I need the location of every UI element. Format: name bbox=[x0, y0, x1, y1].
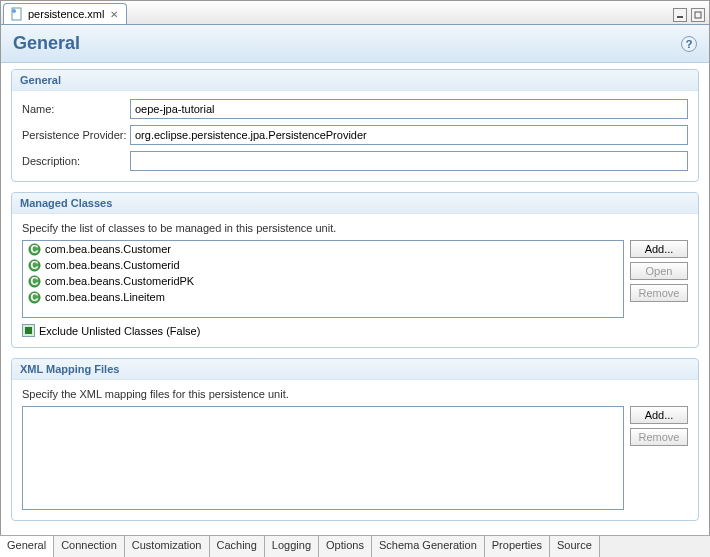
exclude-label: Exclude Unlisted Classes (False) bbox=[39, 325, 200, 337]
class-icon: C bbox=[27, 242, 41, 256]
svg-point-1 bbox=[12, 9, 16, 13]
add-mapping-button[interactable]: Add... bbox=[630, 406, 688, 424]
editor-tabbar: persistence.xml ✕ bbox=[1, 1, 709, 25]
add-class-button[interactable]: Add... bbox=[630, 240, 688, 258]
managed-help: Specify the list of classes to be manage… bbox=[22, 222, 688, 234]
xml-help: Specify the XML mapping files for this p… bbox=[22, 388, 688, 400]
provider-label: Persistence Provider: bbox=[22, 129, 130, 141]
bottom-tabs: GeneralConnectionCustomizationCachingLog… bbox=[0, 535, 710, 557]
list-item[interactable]: Ccom.bea.beans.Customer bbox=[23, 241, 623, 257]
general-section: General Name: Persistence Provider: Desc… bbox=[11, 69, 699, 182]
bottom-tab-connection[interactable]: Connection bbox=[54, 536, 125, 557]
bottom-tab-properties[interactable]: Properties bbox=[485, 536, 550, 557]
xml-mapping-section: XML Mapping Files Specify the XML mappin… bbox=[11, 358, 699, 521]
list-item[interactable]: Ccom.bea.beans.Customerid bbox=[23, 257, 623, 273]
close-icon[interactable]: ✕ bbox=[110, 9, 118, 20]
section-title-managed: Managed Classes bbox=[12, 193, 698, 214]
xml-file-icon bbox=[10, 7, 24, 21]
svg-text:C: C bbox=[30, 275, 38, 287]
bottom-tab-schema-generation[interactable]: Schema Generation bbox=[372, 536, 485, 557]
description-input[interactable] bbox=[130, 151, 688, 171]
description-label: Description: bbox=[22, 155, 130, 167]
open-class-button: Open bbox=[630, 262, 688, 280]
bottom-tab-general[interactable]: General bbox=[0, 536, 54, 557]
list-item[interactable]: Ccom.bea.beans.CustomeridPK bbox=[23, 273, 623, 289]
svg-rect-3 bbox=[695, 12, 701, 18]
provider-input[interactable] bbox=[130, 125, 688, 145]
bottom-tab-customization[interactable]: Customization bbox=[125, 536, 210, 557]
section-title-xml: XML Mapping Files bbox=[12, 359, 698, 380]
bottom-tab-source[interactable]: Source bbox=[550, 536, 600, 557]
xml-mapping-list[interactable] bbox=[22, 406, 624, 510]
managed-classes-section: Managed Classes Specify the list of clas… bbox=[11, 192, 699, 348]
class-icon: C bbox=[27, 258, 41, 272]
svg-rect-2 bbox=[677, 16, 683, 18]
list-item-text: com.bea.beans.Customer bbox=[45, 243, 171, 255]
bottom-tab-caching[interactable]: Caching bbox=[210, 536, 265, 557]
list-item-text: com.bea.beans.Lineitem bbox=[45, 291, 165, 303]
window-controls bbox=[669, 6, 709, 24]
bottom-tab-logging[interactable]: Logging bbox=[265, 536, 319, 557]
content-area: General Name: Persistence Provider: Desc… bbox=[1, 63, 709, 538]
remove-class-button: Remove bbox=[630, 284, 688, 302]
svg-text:C: C bbox=[30, 291, 38, 303]
name-input[interactable] bbox=[130, 99, 688, 119]
list-item[interactable]: Ccom.bea.beans.Lineitem bbox=[23, 289, 623, 305]
remove-mapping-button: Remove bbox=[630, 428, 688, 446]
page-title: General bbox=[13, 33, 80, 54]
class-icon: C bbox=[27, 274, 41, 288]
maximize-button[interactable] bbox=[691, 8, 705, 22]
managed-classes-list[interactable]: Ccom.bea.beans.CustomerCcom.bea.beans.Cu… bbox=[22, 240, 624, 318]
exclude-checkbox[interactable] bbox=[22, 324, 35, 337]
svg-text:C: C bbox=[30, 259, 38, 271]
list-item-text: com.bea.beans.Customerid bbox=[45, 259, 180, 271]
page-header: General ? bbox=[1, 25, 709, 63]
tab-filename: persistence.xml bbox=[28, 8, 104, 20]
class-icon: C bbox=[27, 290, 41, 304]
name-label: Name: bbox=[22, 103, 130, 115]
editor-tab[interactable]: persistence.xml ✕ bbox=[3, 3, 127, 24]
bottom-tab-options[interactable]: Options bbox=[319, 536, 372, 557]
list-item-text: com.bea.beans.CustomeridPK bbox=[45, 275, 194, 287]
minimize-button[interactable] bbox=[673, 8, 687, 22]
svg-text:C: C bbox=[30, 243, 38, 255]
section-title-general: General bbox=[12, 70, 698, 91]
help-icon[interactable]: ? bbox=[681, 36, 697, 52]
